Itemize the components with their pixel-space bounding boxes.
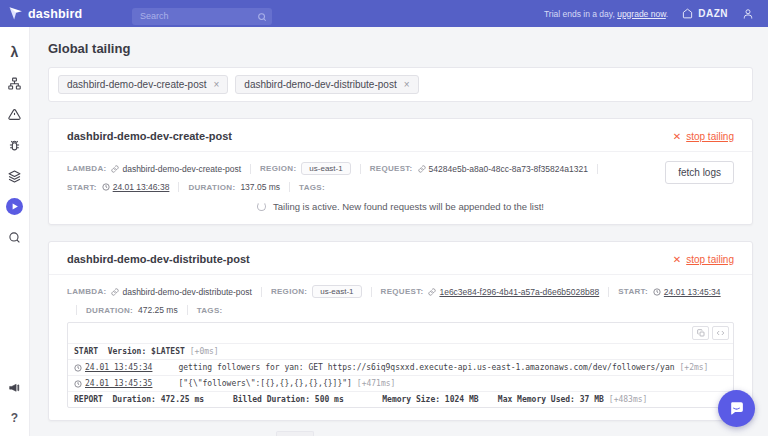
log-line: 24.01 13:45:35 ["{\"followers\":[{},{},{… [68, 375, 733, 391]
sidebar-item-stacks[interactable] [6, 167, 24, 185]
close-icon: ✕ [673, 131, 681, 142]
tailing-card-distribute-post: dashbird-demo-dev-distribute-post ✕ stop… [48, 241, 753, 421]
page-title: Global tailing [48, 41, 753, 56]
raw-logs-button[interactable] [712, 326, 729, 340]
stop-tailing-button[interactable]: ✕ stop tailing [673, 131, 734, 142]
chat-icon [728, 400, 745, 417]
duration-value: 472.25 ms [138, 305, 178, 315]
sidebar-item-live-tailing[interactable] [6, 198, 23, 215]
search-input[interactable] [132, 8, 272, 25]
topbar: dashbird Trial ends in a day, upgrade no… [0, 0, 768, 27]
copy-logs-button[interactable] [692, 326, 709, 340]
sidebar: λ ? [0, 27, 30, 436]
request-link[interactable]: 1e6c3e84-f296-4b41-a57a-d6e6b5028b88 [428, 287, 599, 297]
help-icon: ? [11, 411, 18, 425]
sidebar-item-lambdas[interactable]: λ [6, 43, 24, 61]
magnifier-icon [8, 231, 21, 244]
clock-icon [653, 288, 661, 296]
request-link[interactable]: 54284e5b-a8a0-48cc-8a73-8f35824a1321 [418, 164, 588, 174]
request-meta: LAMBDA: dashbird-demo-dev-distribute-pos… [67, 285, 734, 315]
spinner-icon [257, 202, 266, 211]
link-icon [428, 288, 436, 296]
global-search [132, 5, 272, 22]
log-console: START Version: $LATEST [+0ms] 24.01 13:4… [67, 322, 734, 408]
next-card-peek [276, 431, 314, 436]
code-icon [716, 329, 725, 337]
copy-icon [697, 329, 705, 337]
sidebar-item-search[interactable] [6, 228, 24, 246]
home-icon [682, 8, 693, 19]
trial-banner: Trial ends in a day, upgrade now. [544, 9, 668, 19]
main-content: Global tailing dashbird-demo-dev-create-… [30, 27, 768, 436]
brand-name: dashbird [28, 7, 82, 21]
region-pill: us-east-1 [312, 285, 361, 298]
clock-icon [74, 364, 82, 372]
sidebar-item-errors[interactable] [6, 136, 24, 154]
remove-tag-icon[interactable]: × [404, 80, 410, 90]
lambda-link[interactable]: dashbird-demo-dev-distribute-post [111, 287, 251, 297]
log-line: 24.01 13:45:34 getting followers for yan… [68, 359, 733, 375]
alert-triangle-icon [8, 108, 21, 121]
dashbird-logo[interactable]: dashbird [0, 6, 120, 21]
filter-tag: dashbird-demo-dev-distribute-post × [235, 75, 418, 94]
log-timestamp-link[interactable]: 24.01 13:45:35 [85, 379, 152, 388]
log-line: REPORT Duration: 472.25 ms Billed Durati… [68, 391, 733, 407]
clock-icon [74, 380, 82, 388]
clock-icon [102, 183, 110, 191]
tailing-card-create-post: dashbird-demo-dev-create-post ✕ stop tai… [48, 118, 753, 225]
remove-tag-icon[interactable]: × [214, 80, 220, 90]
org-name: DAZN [698, 8, 728, 19]
card-title: dashbird-demo-dev-distribute-post [67, 253, 250, 265]
link-icon [111, 165, 119, 173]
bug-icon [8, 139, 21, 152]
layers-icon [8, 170, 21, 183]
stop-tailing-button[interactable]: ✕ stop tailing [673, 254, 734, 265]
org-switcher[interactable]: DAZN [682, 8, 728, 19]
log-line: START Version: $LATEST [+0ms] [68, 343, 733, 359]
link-icon [418, 165, 426, 173]
user-icon [742, 8, 754, 20]
play-circle-icon [10, 202, 19, 211]
upgrade-link[interactable]: upgrade now [617, 9, 666, 19]
user-menu[interactable] [742, 8, 754, 20]
sidebar-item-resources[interactable] [6, 74, 24, 92]
sidebar-item-alerts[interactable] [6, 105, 24, 123]
region-pill: us-east-1 [301, 162, 350, 175]
start-time-link[interactable]: 24.01 13:45:34 [653, 287, 721, 297]
start-time-link[interactable]: 24.01 13:46:38 [102, 182, 170, 192]
tailing-filter-input[interactable]: dashbird-demo-dev-create-post × dashbird… [48, 67, 753, 102]
tailing-status: Tailing is active. New found requests wi… [67, 201, 734, 212]
card-title: dashbird-demo-dev-create-post [67, 130, 232, 142]
duration-value: 137.05 ms [240, 182, 280, 192]
close-icon: ✕ [673, 254, 681, 265]
log-timestamp-link[interactable]: 24.01 13:45:34 [85, 363, 152, 372]
fetch-logs-button[interactable]: fetch logs [665, 161, 734, 184]
sidebar-item-help[interactable]: ? [6, 409, 24, 427]
dashbird-bird-icon [8, 6, 23, 21]
filter-tag: dashbird-demo-dev-create-post × [58, 75, 228, 94]
lambda-icon: λ [11, 44, 19, 60]
lambda-link[interactable]: dashbird-demo-dev-create-post [111, 164, 241, 174]
request-meta: LAMBDA: dashbird-demo-dev-create-post RE… [67, 162, 667, 192]
sidebar-item-announcements[interactable] [6, 378, 24, 396]
megaphone-icon [8, 381, 21, 394]
intercom-chat-button[interactable] [718, 390, 755, 427]
link-icon [111, 288, 119, 296]
sitemap-icon [8, 77, 21, 90]
search-icon [257, 8, 267, 26]
